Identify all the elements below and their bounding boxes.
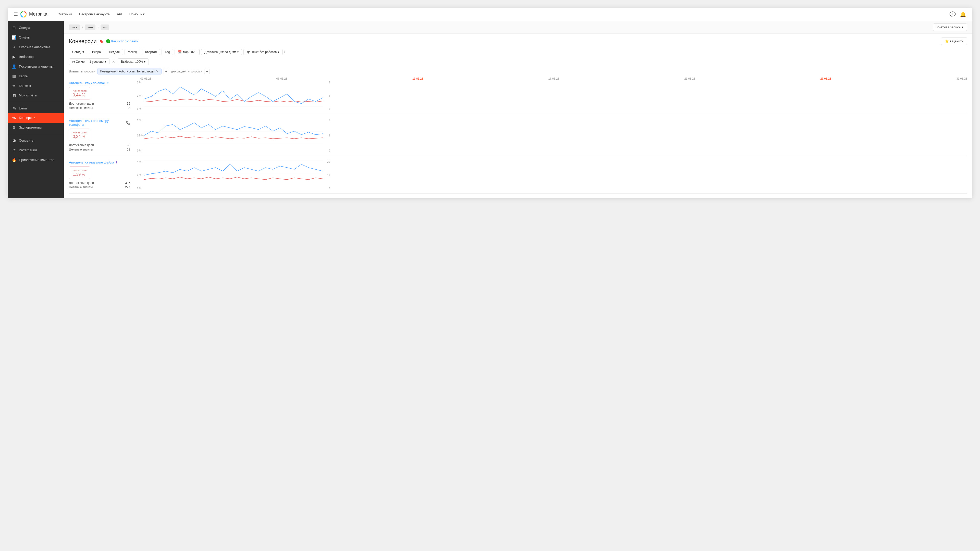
pie-icon: ◔ <box>72 60 75 64</box>
sidebar-item-tseli[interactable]: ◎ Цели <box>8 103 64 113</box>
filter-tag-close[interactable]: ✕ <box>156 69 159 73</box>
calendar-icon: 📅 <box>178 50 182 54</box>
filter-week[interactable]: Неделя <box>106 49 123 56</box>
y-labels-right-email: 840 <box>328 81 330 110</box>
experiment-icon: ⚙ <box>12 125 16 130</box>
sidebar-item-karty[interactable]: ▦ Карты <box>8 71 64 81</box>
sidebar-item-skvoznaya[interactable]: ✦ Сквозная аналитика <box>8 42 64 52</box>
stat-row-phone-1: Целевые визиты 68 <box>69 148 130 151</box>
account-button[interactable]: Учётная запись ▾ <box>933 24 967 31</box>
integration-icon: ⟳ <box>12 148 16 152</box>
date-filters: Сегодня Вчера Неделя Месяц Квартал Год 📅… <box>64 47 972 57</box>
date-label-5: 26.03.23 <box>820 77 831 80</box>
hamburger-icon[interactable]: ☰ <box>14 11 18 17</box>
y-labels-right-phone: 840 <box>328 119 330 152</box>
conversion-box-email: Конверсия 0,44 % <box>69 87 90 100</box>
top-nav-actions: 💬 🔔 <box>950 11 966 17</box>
sidebar-item-konversii[interactable]: % Конверсии <box>8 113 64 123</box>
filter-quarter[interactable]: Квартал <box>142 49 160 56</box>
filter-tags-row: Визиты, в которых Поведение • Роботность… <box>64 67 972 77</box>
phone-icon: 📞 <box>126 121 130 125</box>
stat-row-file-0: Достижения цели 307 <box>69 181 130 185</box>
filter-today[interactable]: Сегодня <box>69 49 87 56</box>
y-labels-left-file: 4 %2 %0 % <box>137 160 142 190</box>
grid-icon: ⊞ <box>12 25 16 30</box>
sidebar-item-svod[interactable]: ⊞ Сводка <box>8 23 64 33</box>
breadcrumb-item-1[interactable]: ▪▪▪ ▾ <box>69 24 80 30</box>
breadcrumb-sep-2: • <box>97 25 99 29</box>
star-rate-icon: ⭐ <box>945 39 949 43</box>
filter-month[interactable]: Месяц <box>124 49 140 56</box>
how-to-use-link[interactable]: i Как использовать <box>106 39 138 43</box>
monitor-icon: 🖥 <box>12 94 16 98</box>
chevron-down-icon: ▾ <box>76 25 77 29</box>
chart-title-phone[interactable]: Автоцель: клик по номеру телефона 📞 <box>69 119 130 127</box>
content-area: ▪▪▪ ▾ • ▪▪▪▪▪ • ▪▪▪ Учётная запись ▾ <box>64 21 972 198</box>
date-label-2: 11.03.23 <box>412 77 423 80</box>
chart-title-file[interactable]: Автоцель: скачивание файла ⬇ <box>69 160 130 164</box>
nav-link-api[interactable]: API <box>117 12 122 16</box>
download-icon: ⬇ <box>115 160 118 164</box>
detail-button[interactable]: Детализация: по дням ▾ <box>201 49 242 56</box>
date-label-4: 21.03.23 <box>684 77 695 80</box>
stat-row-email-0: Достижения цели 95 <box>69 102 130 105</box>
filter-yesterday[interactable]: Вчера <box>89 49 104 56</box>
star-icon: ✦ <box>12 45 16 49</box>
percent-icon: % <box>12 116 16 120</box>
rate-button[interactable]: ⭐ Оценить <box>941 37 967 45</box>
bookmark-icon[interactable]: 🔖 <box>99 39 103 43</box>
sidebar-item-kontent[interactable]: ✏ Контент <box>8 81 64 91</box>
filter-year[interactable]: Год <box>162 49 173 56</box>
chart-title-email[interactable]: Автоцель: клик по email ✉ <box>69 81 130 85</box>
sidebar-divider-2 <box>8 134 64 134</box>
chevron-down-icon: ▾ <box>962 25 963 29</box>
info-icon[interactable]: ℹ <box>284 50 285 54</box>
add-people-filter-button[interactable]: + <box>204 68 210 74</box>
date-label-3: 16.03.23 <box>549 77 559 80</box>
chart-info-email: Автоцель: клик по email ✉ Конверсия 0,44… <box>69 81 135 110</box>
nav-link-pomoshch[interactable]: Помощь ▾ <box>129 12 145 16</box>
sidebar: ⊞ Сводка 📊 Отчёты ✦ Сквозная аналитика ▶… <box>8 21 64 198</box>
logo-text: Метрика <box>29 11 47 17</box>
top-nav: ☰ Метрика Счётчики Настройка аккаунта AP… <box>8 8 972 21</box>
segment-icon: ◕ <box>12 138 16 143</box>
sidebar-item-eksperimenty[interactable]: ⚙ Эксперименты <box>8 123 64 132</box>
date-range-picker[interactable]: 📅 мар 2023 <box>175 49 200 56</box>
stat-row-file-1: Целевые визиты 277 <box>69 186 130 189</box>
date-label-6: 31.03.23 <box>956 77 967 80</box>
chart-svg-phone: 1 %0.5 %0 % <box>144 119 323 152</box>
breadcrumb-sep-1: • <box>82 25 83 29</box>
nav-link-nastroyka[interactable]: Настройка аккаунта <box>79 12 110 16</box>
fire-icon: 🔥 <box>12 158 16 162</box>
logo-icon <box>20 11 27 18</box>
data-button[interactable]: Данные: без роботов ▾ <box>243 49 283 56</box>
sidebar-item-vebvizor[interactable]: ▶ Вебвизор <box>8 52 64 62</box>
breadcrumb-item-3[interactable]: ▪▪▪ <box>100 24 109 30</box>
sample-button[interactable]: Выборка: 100% ▾ <box>118 59 149 65</box>
add-filter-button[interactable]: + <box>164 68 169 74</box>
stat-row-email-1: Целевые визиты 88 <box>69 106 130 110</box>
chat-icon[interactable]: 💬 <box>950 11 956 17</box>
filter-label: Визиты, в которых <box>69 70 95 73</box>
user-icon: 👤 <box>12 64 16 69</box>
bell-icon[interactable]: 🔔 <box>960 11 966 17</box>
target-icon: ◎ <box>12 106 16 111</box>
sidebar-item-privlechenie[interactable]: 🔥 Привлечение клиентов <box>8 155 64 165</box>
chart-row-email: Автоцель: клик по email ✉ Конверсия 0,44… <box>69 81 967 114</box>
breadcrumb-item-2[interactable]: ▪▪▪▪▪ <box>85 24 95 30</box>
sidebar-item-segmenty[interactable]: ◕ Сегменты <box>8 136 64 145</box>
chevron-down-icon: ▾ <box>144 60 145 64</box>
sidebar-item-posetiteli[interactable]: 👤 Посетители и клиенты <box>8 62 64 71</box>
filter-people-label: для людей, у которых <box>171 70 202 73</box>
y-labels-left-email: 2 %1 %0 % <box>137 81 142 110</box>
sidebar-item-moi-otchety[interactable]: 🖥 Мои отчёты <box>8 91 64 100</box>
chart-svg-email: 2 %1 %0 % <box>144 81 323 110</box>
segment-close-button[interactable]: ✕ <box>112 60 115 64</box>
sidebar-item-integratsii[interactable]: ⟳ Интеграции <box>8 145 64 155</box>
sidebar-item-otchety[interactable]: 📊 Отчёты <box>8 33 64 42</box>
nav-link-schetchiki[interactable]: Счётчики <box>57 12 72 16</box>
logo-area: ☰ Метрика <box>14 11 47 18</box>
segment-button[interactable]: ◔ Сегмент: 1 условие ▾ <box>69 59 110 65</box>
date-axis: 01.03.23 06.03.23 11.03.23 16.03.23 21.0… <box>69 77 967 81</box>
email-icon: ✉ <box>107 81 110 85</box>
